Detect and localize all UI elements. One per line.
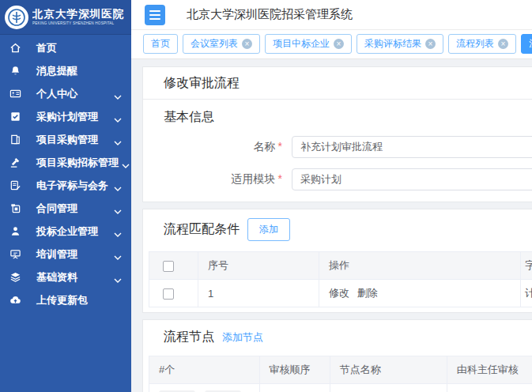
- sidebar-item-upload-package[interactable]: 上传更新包: [0, 288, 131, 311]
- chevron-down-icon: [114, 137, 122, 142]
- column-header-extra: 字: [521, 252, 532, 280]
- book-icon: [9, 134, 21, 145]
- match-conditions-card: 流程匹配条件 添加 序号 操作 字: [142, 209, 532, 313]
- sidebar-item-messages[interactable]: 消息提醒: [0, 59, 131, 82]
- required-mark: *: [278, 140, 282, 153]
- column-header-dept-review: 由科主任审核: [447, 356, 532, 384]
- tab-label: 首页: [151, 37, 170, 51]
- sidebar-item-label: 培训管理: [36, 247, 111, 262]
- chevron-down-icon: [114, 251, 122, 257]
- tab-label: 项目中标企业: [273, 37, 330, 51]
- chevron-down-icon: [114, 183, 122, 188]
- app-root: 北京大学深圳医院 PEKING UNIVERSITY SHENZHEN HOSP…: [0, 0, 532, 392]
- column-header-node-name: 节点名称: [330, 356, 447, 384]
- user-icon: [9, 225, 21, 237]
- sidebar-item-project-procurement[interactable]: 项目采购管理: [0, 128, 131, 151]
- sidebar-item-label: 合同管理: [36, 202, 111, 216]
- tab-home[interactable]: 首页: [143, 34, 178, 54]
- required-mark: *: [278, 172, 282, 185]
- flow-nodes-title: 流程节点: [164, 329, 214, 345]
- name-input[interactable]: [292, 136, 532, 158]
- module-input[interactable]: [292, 168, 532, 190]
- cell-node-name: 科主任意见: [330, 384, 447, 392]
- tab-flow[interactable]: 流程 ×: [521, 34, 532, 54]
- sidebar-item-label: 消息提醒: [36, 64, 122, 78]
- layers-icon: [9, 271, 21, 283]
- gavel-icon: [9, 156, 21, 168]
- tab-flow-list[interactable]: 流程列表 ×: [448, 34, 516, 54]
- tab-bar: 首页 会议室列表 × 项目中标企业 × 采购评标结果 × 流程列表 × 流程 ×: [131, 30, 532, 59]
- select-all-checkbox[interactable]: [163, 261, 174, 272]
- chevron-down-icon: [114, 91, 122, 96]
- sidebar-item-bidder-enterprise[interactable]: 投标企业管理: [0, 220, 131, 243]
- add-node-link[interactable]: 添加节点: [222, 330, 263, 345]
- tab-label: 流程: [529, 37, 532, 51]
- sidebar-item-label: 上传更新包: [36, 293, 122, 307]
- id-card-icon: [9, 88, 21, 100]
- chevron-down-icon: [114, 205, 122, 211]
- tab-project-winning-bidders[interactable]: 项目中标企业 ×: [265, 34, 352, 54]
- hospital-logo-icon: [5, 6, 28, 29]
- system-title: 北京大学深圳医院招采管理系统: [187, 7, 353, 22]
- flow-nodes-card: 流程节点 添加节点 #个 审核顺序 节点名称 由科主任审核: [142, 319, 532, 392]
- table-row: 修改 删除 1 科主任意见 是: [149, 384, 532, 392]
- sidebar-item-basic-data[interactable]: 基础资料: [0, 266, 131, 288]
- basic-info-title: 基本信息: [164, 109, 532, 126]
- sidebar: 北京大学深圳医院 PEKING UNIVERSITY SHENZHEN HOSP…: [0, 0, 131, 392]
- sidebar-title: 北京大学深圳医院 PEKING UNIVERSITY SHENZHEN HOSP…: [32, 9, 124, 26]
- main-area: 北京大学深圳医院招采管理系统 首页 会议室列表 × 项目中标企业 × 采购评标结…: [131, 0, 532, 392]
- sidebar-item-bidding-management[interactable]: 项目采购招标管理: [0, 151, 131, 174]
- sidebar-item-label: 个人中心: [36, 87, 111, 101]
- form-row-module: 适用模块*: [164, 168, 532, 190]
- sidebar-item-label: 项目采购管理: [36, 133, 111, 147]
- flow-nodes-table: #个 审核顺序 节点名称 由科主任审核 修改 删除 1: [149, 356, 532, 392]
- sidebar-item-label: 电子评标与会务: [36, 179, 111, 193]
- doc-edit-icon: [9, 179, 21, 191]
- close-icon[interactable]: ×: [242, 39, 252, 49]
- sidebar-item-label: 项目采购招标管理: [36, 156, 119, 170]
- name-label: 名称*: [164, 140, 282, 154]
- cell-order: 1: [259, 384, 330, 392]
- sidebar-item-personal-center[interactable]: 个人中心: [0, 82, 131, 105]
- cell-no: 1: [198, 280, 319, 307]
- module-label: 适用模块*: [164, 172, 282, 187]
- topbar: 北京大学深圳医院招采管理系统: [131, 0, 532, 30]
- column-header-no: 序号: [198, 252, 319, 280]
- match-conditions-title: 流程匹配条件: [164, 221, 240, 238]
- sidebar-header: 北京大学深圳医院 PEKING UNIVERSITY SHENZHEN HOSP…: [0, 0, 131, 35]
- home-icon: [9, 42, 21, 54]
- chevron-down-icon: [122, 160, 130, 165]
- sidebar-item-home[interactable]: 首页: [0, 36, 131, 59]
- bell-icon: [9, 65, 21, 77]
- sidebar-item-training-management[interactable]: 培训管理: [0, 243, 131, 266]
- form-row-name: 名称*: [164, 136, 532, 158]
- row-checkbox[interactable]: [163, 288, 174, 300]
- tab-meeting-room-list[interactable]: 会议室列表 ×: [183, 34, 260, 54]
- hamburger-menu-icon[interactable]: [145, 5, 165, 25]
- edit-flow-card: 修改审批流程 基本信息 名称* 适用模块*: [142, 66, 532, 202]
- hospital-name: 北京大学深圳医院: [32, 9, 124, 21]
- contract-icon: [9, 202, 21, 214]
- sidebar-item-e-evaluation[interactable]: 电子评标与会务: [0, 174, 131, 197]
- close-icon[interactable]: ×: [498, 39, 508, 49]
- hospital-name-en: PEKING UNIVERSITY SHENZHEN HOSPITAL: [32, 21, 124, 25]
- match-conditions-table: 序号 操作 字 1 修改 删除 计: [149, 251, 532, 307]
- delete-link[interactable]: 删除: [357, 287, 378, 299]
- sidebar-item-contract-management[interactable]: 合同管理: [0, 197, 131, 220]
- sidebar-item-label: 首页: [36, 41, 122, 55]
- page-title: 修改审批流程: [143, 67, 532, 100]
- tab-label: 流程列表: [456, 37, 494, 51]
- close-icon[interactable]: ×: [334, 39, 344, 49]
- cell-ops: 修改 删除: [319, 280, 521, 307]
- edit-link[interactable]: 修改: [329, 287, 349, 299]
- content-area: 修改审批流程 基本信息 名称* 适用模块* 流程匹配条件: [131, 59, 532, 392]
- tab-evaluation-results[interactable]: 采购评标结果 ×: [357, 34, 443, 54]
- add-condition-button[interactable]: 添加: [247, 218, 290, 241]
- chevron-down-icon: [114, 114, 122, 119]
- sidebar-menu: 首页 消息提醒 个人中心 采购: [0, 35, 131, 311]
- sidebar-item-procurement-plan[interactable]: 采购计划管理: [0, 105, 131, 128]
- column-header-actions: #个: [149, 356, 260, 384]
- close-icon[interactable]: ×: [425, 39, 436, 49]
- tab-label: 采购评标结果: [364, 37, 421, 51]
- column-header-order: 审核顺序: [259, 356, 330, 384]
